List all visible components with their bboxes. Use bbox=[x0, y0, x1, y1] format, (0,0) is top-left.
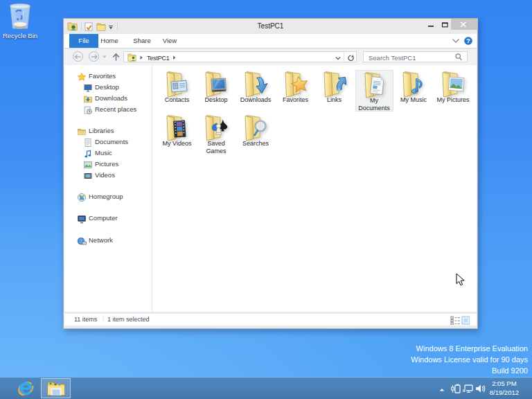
svg-text:TestPC1: TestPC1 bbox=[147, 54, 170, 61]
svg-text:?: ? bbox=[466, 37, 470, 44]
